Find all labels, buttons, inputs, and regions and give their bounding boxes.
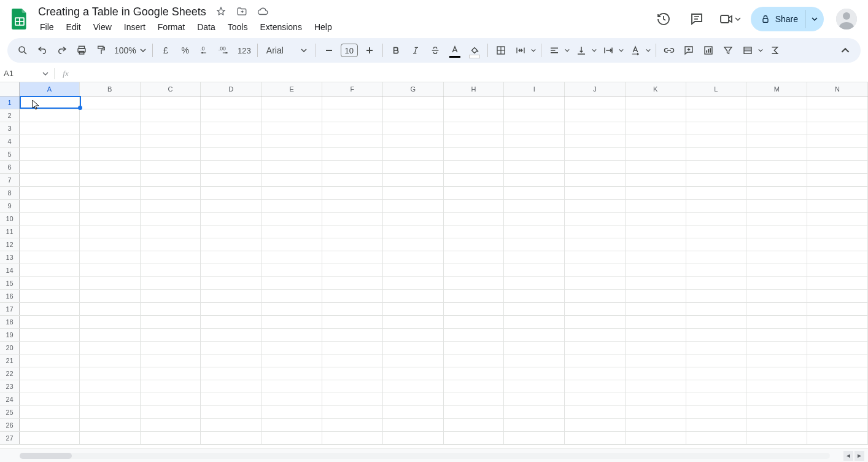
cell[interactable] xyxy=(746,173,807,186)
cell[interactable] xyxy=(20,135,80,147)
cell[interactable] xyxy=(322,251,382,264)
cell[interactable] xyxy=(504,96,565,109)
cell[interactable] xyxy=(746,315,807,328)
cell[interactable] xyxy=(807,302,868,315)
cell[interactable] xyxy=(807,315,868,328)
cell[interactable] xyxy=(20,251,80,264)
row-header[interactable]: 8 xyxy=(0,186,20,199)
cell[interactable] xyxy=(201,380,262,393)
cell[interactable] xyxy=(262,431,322,444)
cell[interactable] xyxy=(262,289,322,302)
cell[interactable] xyxy=(625,238,686,251)
cell[interactable] xyxy=(79,405,140,418)
cell[interactable] xyxy=(201,147,262,160)
cell[interactable] xyxy=(625,341,686,354)
menu-format[interactable]: Format xyxy=(152,20,190,34)
history-icon[interactable] xyxy=(651,7,676,31)
cell[interactable] xyxy=(625,276,686,289)
cell[interactable] xyxy=(807,405,868,418)
cell[interactable] xyxy=(686,147,746,160)
cell[interactable] xyxy=(504,276,565,289)
cell[interactable] xyxy=(79,289,140,302)
cell[interactable] xyxy=(625,264,686,276)
cell[interactable] xyxy=(504,199,565,212)
menu-tools[interactable]: Tools xyxy=(222,20,254,34)
insert-comment-button[interactable] xyxy=(680,41,698,60)
cell[interactable] xyxy=(746,251,807,264)
cell[interactable] xyxy=(20,354,80,367)
cell[interactable] xyxy=(262,173,322,186)
cell[interactable] xyxy=(382,380,443,393)
menu-edit[interactable]: Edit xyxy=(61,20,87,34)
spreadsheet-grid[interactable]: ABCDEFGHIJKLMN12345678910111213141516171… xyxy=(0,82,868,448)
column-header[interactable]: N xyxy=(807,82,868,96)
cell[interactable] xyxy=(79,238,140,251)
cell[interactable] xyxy=(807,328,868,341)
cell[interactable] xyxy=(201,418,262,431)
cell[interactable] xyxy=(20,96,80,109)
cell[interactable] xyxy=(504,418,565,431)
cell[interactable] xyxy=(565,302,626,315)
cell[interactable] xyxy=(79,367,140,380)
cell[interactable] xyxy=(686,122,746,135)
cell[interactable] xyxy=(382,418,443,431)
cell[interactable] xyxy=(443,173,504,186)
cell[interactable] xyxy=(443,418,504,431)
cell[interactable] xyxy=(443,186,504,199)
horizontal-align-button[interactable] xyxy=(545,41,571,60)
cell[interactable] xyxy=(201,238,262,251)
row-header[interactable]: 16 xyxy=(0,289,20,302)
print-icon[interactable] xyxy=(72,41,91,60)
cell[interactable] xyxy=(140,405,201,418)
cell[interactable] xyxy=(201,405,262,418)
cell[interactable] xyxy=(201,354,262,367)
strikethrough-button[interactable] xyxy=(426,41,444,60)
cell[interactable] xyxy=(625,212,686,225)
cell[interactable] xyxy=(79,341,140,354)
cell[interactable] xyxy=(79,122,140,135)
cell[interactable] xyxy=(140,147,201,160)
cell[interactable] xyxy=(322,354,382,367)
decrease-decimal-button[interactable]: .0 xyxy=(196,41,214,60)
cell[interactable] xyxy=(140,199,201,212)
column-header[interactable]: K xyxy=(625,82,686,96)
column-header[interactable]: L xyxy=(686,82,746,96)
increase-font-size-button[interactable] xyxy=(360,41,379,60)
cell[interactable] xyxy=(565,122,626,135)
cell[interactable] xyxy=(140,302,201,315)
cell[interactable] xyxy=(504,212,565,225)
cell[interactable] xyxy=(746,405,807,418)
cell[interactable] xyxy=(807,264,868,276)
row-header[interactable]: 25 xyxy=(0,405,20,418)
cell[interactable] xyxy=(565,289,626,302)
cell[interactable] xyxy=(746,289,807,302)
cell[interactable] xyxy=(382,96,443,109)
cell[interactable] xyxy=(746,122,807,135)
cell[interactable] xyxy=(79,315,140,328)
cell[interactable] xyxy=(20,315,80,328)
functions-button[interactable] xyxy=(765,41,784,60)
select-all-corner[interactable] xyxy=(0,82,20,96)
cell[interactable] xyxy=(443,431,504,444)
cell[interactable] xyxy=(746,225,807,238)
format-percent-button[interactable]: % xyxy=(176,41,195,60)
scroll-left-icon[interactable]: ◄ xyxy=(843,451,853,461)
menu-view[interactable]: View xyxy=(88,20,117,34)
cell[interactable] xyxy=(443,341,504,354)
increase-decimal-button[interactable]: .00 xyxy=(215,41,234,60)
cell[interactable] xyxy=(686,341,746,354)
horizontal-scrollbar[interactable] xyxy=(20,453,830,459)
cell[interactable] xyxy=(382,225,443,238)
cell[interactable] xyxy=(565,109,626,122)
cell[interactable] xyxy=(322,405,382,418)
cell[interactable] xyxy=(262,109,322,122)
cell[interactable] xyxy=(262,354,322,367)
cell[interactable] xyxy=(625,251,686,264)
cell[interactable] xyxy=(79,212,140,225)
cell[interactable] xyxy=(443,302,504,315)
row-header[interactable]: 26 xyxy=(0,418,20,431)
cell[interactable] xyxy=(443,264,504,276)
row-header[interactable]: 27 xyxy=(0,431,20,444)
cell[interactable] xyxy=(262,135,322,147)
cell[interactable] xyxy=(686,405,746,418)
